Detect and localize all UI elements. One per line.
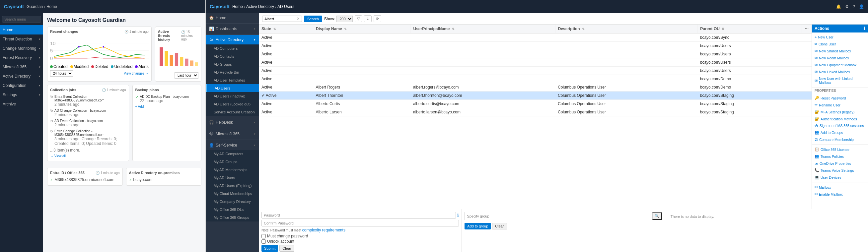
view-all-link[interactable]: → View all: [50, 154, 66, 158]
view-changes-link[interactable]: View changes →: [124, 72, 149, 75]
sidebar-item-forest-recovery[interactable]: Forest Recovery ▾: [0, 53, 43, 62]
action-clone-user[interactable]: ⧉Clone User: [812, 40, 868, 48]
nav-sub-ad-users[interactable]: AD Users: [206, 84, 259, 92]
action-add-to-groups[interactable]: 👥Add to Groups: [812, 129, 868, 136]
sidebar-item-threat-detection[interactable]: Threat Detection ▾: [0, 34, 43, 44]
table-row[interactable]: ActiveAlbert Rogersalbert.rogers@bcayo.c…: [259, 83, 812, 92]
nav-sub-my-office-365-dls[interactable]: My Office 365 DLs: [206, 206, 259, 214]
table-row[interactable]: ActiveAlberto Larsenalberto.larsen@bcayo…: [259, 108, 812, 116]
search-input[interactable]: [2, 16, 41, 23]
sidebar-item-change-monitoring[interactable]: Change Monitoring ▾: [0, 44, 43, 53]
nav-sub-my-ad-memberships[interactable]: My AD Memberships: [206, 166, 259, 174]
col-upn[interactable]: UserPrincipalName ⇅: [410, 25, 555, 33]
sidebar-item-active-directory[interactable]: Active Directory ▾: [0, 72, 43, 81]
bell-icon[interactable]: 🔔: [836, 4, 841, 9]
action-new-shared-mailbox[interactable]: ✉New Shared Mailbox: [812, 48, 868, 54]
password-info-icon[interactable]: ℹ: [457, 213, 459, 218]
sidebar-item-microsoft-365[interactable]: Microsoft 365 ▾: [0, 62, 43, 72]
table-row-selected[interactable]: ✔ ActiveAlbert Thorntonalbert.thornton@b…: [259, 92, 812, 100]
action-new-equipment-mailbox[interactable]: ✉New Equipment Mailbox: [812, 61, 868, 68]
nav-sub-ad-groups[interactable]: AD Groups: [206, 60, 259, 68]
col-state[interactable]: State ⇅: [259, 25, 313, 33]
user-icon[interactable]: 👤: [859, 4, 864, 9]
nav-item-microsoft-365[interactable]: Ⓜ Microsoft 365 ▾: [206, 129, 259, 139]
search-button[interactable]: Search: [304, 15, 322, 22]
group-search-input[interactable]: [465, 213, 652, 219]
sidebar-item-configuration[interactable]: Configuration ▾: [0, 81, 43, 90]
action-rename-user[interactable]: ✏Rename User: [812, 101, 868, 108]
nav-sub-ad-users-locked-out[interactable]: AD Users (Locked out): [206, 100, 259, 108]
action-teams-policies[interactable]: 👥Teams Policies: [812, 153, 868, 160]
nav-sub-ad-users-inactive[interactable]: AD Users (Inactive): [206, 92, 259, 100]
export-button[interactable]: ⤓: [364, 15, 372, 22]
sidebar-item-home[interactable]: Home: [0, 25, 43, 34]
action-sign-out-ms365[interactable]: ⏻Sign-out of MS 365 sessions: [812, 122, 868, 129]
nav-sub-my-ad-users-expiring[interactable]: My AD Users (Expiring): [206, 182, 259, 190]
col-options[interactable]: ⋯: [802, 25, 812, 33]
filter-button[interactable]: ▽: [355, 15, 362, 22]
table-row[interactable]: Activebcayo.com/Users: [259, 50, 812, 58]
actions-info-icon[interactable]: ℹ: [864, 26, 865, 31]
show-count-select[interactable]: 200 50 100: [336, 15, 353, 22]
threats-time-select[interactable]: Last hour: [175, 72, 198, 78]
clear-group-button[interactable]: Clear: [492, 223, 507, 229]
nav-sub-ad-recycle-bin[interactable]: AD Recycle Bin: [206, 68, 259, 76]
action-reset-password[interactable]: 🔑Reset Password: [812, 94, 868, 101]
nav-sub-my-ad-groups[interactable]: My AD Groups: [206, 158, 259, 166]
action-new-user[interactable]: +New User: [812, 34, 868, 40]
password-input[interactable]: [261, 212, 456, 219]
action-compare-membership[interactable]: ⚖Compare Membership: [812, 136, 868, 143]
action-onedrive-properties[interactable]: ☁OneDrive Properties: [812, 160, 868, 167]
nav-sub-my-ad-computers[interactable]: My AD Computers: [206, 150, 259, 158]
nav-sub-service-account-creation[interactable]: Service Account Creation: [206, 108, 259, 116]
question-icon[interactable]: ?: [853, 4, 855, 9]
nav-item-dashboards[interactable]: 📊 Dashboards ▾: [206, 24, 259, 33]
action-new-linked-mailbox[interactable]: ✉New Linked Mailbox: [812, 68, 868, 75]
table-row[interactable]: Activebcayo.com/Users: [259, 58, 812, 67]
nav-sub-my-ad-users[interactable]: My AD Users: [206, 174, 259, 182]
complexity-link[interactable]: complexity requirements: [302, 228, 345, 232]
refresh-button[interactable]: ⟳: [374, 15, 381, 22]
table-row[interactable]: Activebcayo.com/Demo: [259, 75, 812, 83]
table-row[interactable]: Activebcayo.com/Sync: [259, 33, 812, 42]
table-row[interactable]: Activebcayo.com/Users: [259, 67, 812, 75]
nav-item-helpdesk[interactable]: 🎧 HelpDesk ▾: [206, 118, 259, 127]
gear-icon[interactable]: ⚙: [845, 4, 849, 9]
submit-button[interactable]: Submit: [261, 245, 278, 252]
nav-sub-ad-user-templates[interactable]: AD User Templates: [206, 76, 259, 84]
nav-sub-ad-computers[interactable]: AD Computers: [206, 44, 259, 53]
col-display-name[interactable]: Display Name ⇅: [313, 25, 410, 33]
action-mfa-settings[interactable]: 🔐MFA Settings (legacy): [812, 108, 868, 116]
user-search-input[interactable]: [265, 17, 297, 21]
action-auth-methods[interactable]: 🔐Authentication Methods: [812, 116, 868, 122]
nav-sub-my-company-directory[interactable]: My Company Directory: [206, 198, 259, 206]
col-parent-ou[interactable]: Parent OU ⇅: [698, 25, 802, 33]
sidebar-item-archive[interactable]: Archive: [0, 99, 43, 109]
action-new-user-with-linked-mailbox[interactable]: ✉New User with Linked Mailbox: [812, 75, 868, 86]
nav-item-home[interactable]: 🏠 Home: [206, 13, 259, 23]
nav-sub-my-office-365-groups[interactable]: My Office 365 Groups: [206, 214, 259, 221]
action-office-365-license[interactable]: 📋Office 365 License: [812, 146, 868, 153]
clear-password-button[interactable]: Clear: [279, 245, 294, 252]
action-enable-mailbox[interactable]: ✉Enable Mailbox: [812, 191, 868, 198]
sidebar-item-settings[interactable]: Settings ▾: [0, 90, 43, 99]
nav-item-active-directory[interactable]: 🗂 Active Directory ▾: [206, 35, 259, 44]
add-to-group-button[interactable]: Add to group: [465, 223, 491, 229]
col-description[interactable]: Description ⇅: [555, 25, 698, 33]
nav-item-self-service[interactable]: 👤 Self-Service ▾: [206, 140, 259, 150]
confirm-password-input[interactable]: [261, 220, 459, 226]
table-row[interactable]: Activebcayo.com/Users: [259, 42, 812, 50]
action-user-devices[interactable]: 💻User Devices: [812, 174, 868, 181]
action-mailbox[interactable]: ✉Mailbox: [812, 184, 868, 191]
add-backup-btn[interactable]: + Add: [135, 105, 144, 108]
group-search-btn[interactable]: 🔍: [652, 212, 662, 220]
table-row[interactable]: ActiveAlberto Curtisalberto.curtis@bcayo…: [259, 100, 812, 108]
action-teams-voice-settings[interactable]: 📞Teams Voice Settings: [812, 167, 868, 174]
action-new-room-mailbox[interactable]: ✉New Room Mailbox: [812, 54, 868, 61]
search-clear-btn[interactable]: ✕: [297, 17, 300, 21]
unlock-checkbox[interactable]: [261, 240, 266, 244]
must-change-checkbox[interactable]: [261, 234, 266, 239]
nav-sub-my-cloud-memberships[interactable]: My Cloud Memberships: [206, 190, 259, 198]
time-range-select[interactable]: 24 hours: [50, 70, 73, 76]
nav-sub-ad-contacts[interactable]: AD Contacts: [206, 53, 259, 60]
